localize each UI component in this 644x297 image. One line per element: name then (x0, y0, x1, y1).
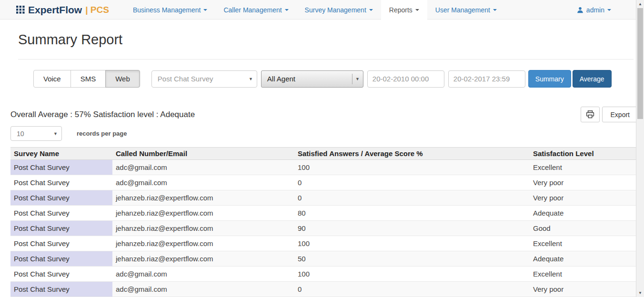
table-row: Post Chat Survey jehanzeb.riaz@expertflo… (10, 236, 636, 251)
agent-select[interactable]: All Agent ▼ (261, 70, 363, 88)
cell-called-number: jehanzeb.riaz@expertflow.com (112, 251, 294, 267)
cell-score: 0 (294, 190, 530, 206)
cell-satisfaction-level: Very poor (530, 282, 636, 297)
tab-voice[interactable]: Voice (33, 70, 71, 88)
caret-down-icon (415, 9, 419, 11)
cell-score: 100 (294, 267, 530, 282)
tab-sms[interactable]: SMS (70, 70, 106, 88)
table-row: Post Chat Survey adc@gmail.com 0 Very po… (10, 175, 636, 190)
cell-satisfaction-level: Excellent (530, 236, 636, 251)
main-nav: Business Management Caller Management Su… (125, 0, 505, 20)
cell-score: 100 (294, 160, 530, 175)
navbar: ExpertFlow | PCS Business Management Cal… (0, 0, 644, 20)
scrollbar-thumb[interactable] (637, 8, 643, 119)
filter-toolbar: Voice SMS Web Post Chat Survey ▼ All Age… (33, 70, 644, 88)
table-header-row: Survey Name Called Number/Email Satisfie… (10, 148, 636, 160)
header-satisfaction-level[interactable]: Satisfaction Level (530, 148, 636, 160)
nav-item-business-management[interactable]: Business Management (125, 0, 215, 20)
cell-score: 50 (294, 251, 530, 267)
cell-satisfaction-level: Excellent (530, 267, 636, 282)
header-survey-name[interactable]: Survey Name (10, 148, 112, 160)
caret-down-icon (285, 9, 289, 11)
caret-down-icon (203, 9, 207, 11)
header-called-number[interactable]: Called Number/Email (112, 148, 294, 160)
page-size-value: 10 (17, 130, 24, 138)
user-name: admin (586, 6, 604, 14)
tab-web[interactable]: Web (105, 70, 140, 88)
cell-satisfaction-level: Adequate (530, 206, 636, 221)
cell-called-number: jehanzeb.riaz@expertflow.com (112, 236, 294, 251)
cell-score: 0 (294, 282, 530, 297)
expertflow-logo-icon (16, 5, 25, 14)
report-actions: Export (581, 107, 638, 122)
cell-called-number: jehanzeb.riaz@expertflow.com (112, 190, 294, 206)
printer-icon (586, 110, 594, 119)
nav-item-survey-management[interactable]: Survey Management (297, 0, 381, 20)
cell-score: 80 (294, 206, 530, 221)
header-score[interactable]: Satisfied Answers / Average Score % (294, 148, 530, 160)
cell-satisfaction-level: Excellent (530, 160, 636, 175)
nav-item-label: Reports (389, 6, 413, 14)
average-button[interactable]: Average (573, 70, 612, 88)
nav-item-user-management[interactable]: User Management (427, 0, 505, 20)
scroll-up-arrow-icon[interactable]: ▲ (636, 0, 644, 8)
survey-select-value: Post Chat Survey (158, 75, 213, 83)
table-row: Post Chat Survey adc@gmail.com 100 Excel… (10, 160, 636, 175)
cell-called-number: adc@gmail.com (112, 267, 294, 282)
cell-survey-name: Post Chat Survey (10, 206, 112, 221)
brand-name: ExpertFlow (28, 4, 82, 16)
page-size-select[interactable]: 10 ▼ (10, 126, 62, 141)
nav-item-reports[interactable]: Reports (381, 0, 427, 20)
summary-button[interactable]: Summary (528, 70, 571, 88)
vertical-scrollbar[interactable]: ▲ ▼ (636, 0, 644, 297)
table-row: Post Chat Survey jehanzeb.riaz@expertflo… (10, 206, 636, 221)
records-per-page-label: records per page (77, 130, 127, 137)
cell-called-number: adc@gmail.com (112, 160, 294, 175)
cell-score: 0 (294, 175, 530, 190)
cell-survey-name: Post Chat Survey (10, 267, 112, 282)
export-button[interactable]: Export (602, 107, 638, 122)
cell-satisfaction-level: Adequate (530, 251, 636, 267)
dropdown-arrow-icon: ▼ (352, 74, 360, 84)
caret-down-icon (607, 9, 611, 11)
overall-average-text: Overall Average : 57% Satisfaction level… (10, 110, 195, 119)
user-menu-admin[interactable]: admin (577, 0, 611, 20)
date-from-input[interactable] (367, 70, 444, 88)
cell-survey-name: Post Chat Survey (10, 251, 112, 267)
results-table-body: Post Chat Survey adc@gmail.com 100 Excel… (10, 160, 636, 297)
table-row: Post Chat Survey jehanzeb.riaz@expertflo… (10, 190, 636, 206)
dropdown-arrow-icon: ▼ (53, 131, 58, 136)
summary-row: Overall Average : 57% Satisfaction level… (10, 107, 638, 122)
nav-item-caller-management[interactable]: Caller Management (215, 0, 296, 20)
print-button[interactable] (581, 107, 600, 122)
cell-survey-name: Post Chat Survey (10, 175, 112, 190)
cell-survey-name: Post Chat Survey (10, 160, 112, 175)
nav-item-label: Caller Management (223, 6, 282, 14)
scroll-down-arrow-icon[interactable]: ▼ (636, 289, 644, 297)
date-to-input[interactable] (448, 70, 525, 88)
cell-survey-name: Post Chat Survey (10, 282, 112, 297)
cell-called-number: jehanzeb.riaz@expertflow.com (112, 221, 294, 236)
user-icon (577, 7, 584, 13)
table-row: Post Chat Survey adc@gmail.com 100 Excel… (10, 267, 636, 282)
results-table: Survey Name Called Number/Email Satisfie… (10, 147, 636, 297)
table-row: Post Chat Survey adc@gmail.com 0 Very po… (10, 282, 636, 297)
cell-called-number: adc@gmail.com (112, 282, 294, 297)
agent-select-value: All Agent (267, 75, 295, 83)
nav-item-label: Business Management (133, 6, 201, 14)
cell-survey-name: Post Chat Survey (10, 236, 112, 251)
survey-select[interactable]: Post Chat Survey ▼ (151, 70, 257, 88)
channel-button-group: Voice SMS Web (33, 70, 140, 88)
cell-satisfaction-level: Good (530, 221, 636, 236)
navbar-divider (0, 19, 644, 20)
pagesize-row: 10 ▼ records per page (10, 126, 644, 141)
brand-suffix: | PCS (85, 5, 109, 15)
table-row: Post Chat Survey jehanzeb.riaz@expertflo… (10, 221, 636, 236)
caret-down-icon (493, 9, 497, 11)
brand-logo-link[interactable]: ExpertFlow | PCS (0, 0, 125, 20)
caret-down-icon (369, 9, 373, 11)
cell-score: 90 (294, 221, 530, 236)
cell-called-number: adc@gmail.com (112, 175, 294, 190)
cell-called-number: jehanzeb.riaz@expertflow.com (112, 206, 294, 221)
dropdown-arrow-icon: ▼ (249, 77, 253, 81)
